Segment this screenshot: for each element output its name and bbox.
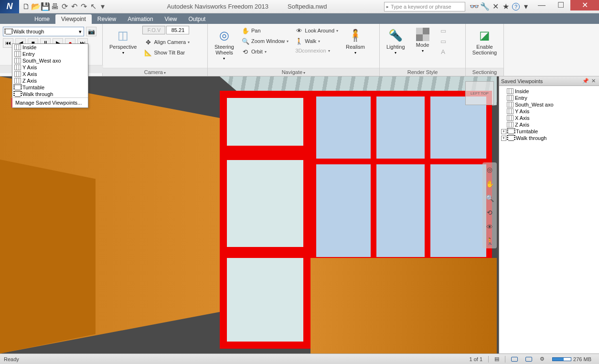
viewpoint-dropdown-item[interactable]: Entry [12,51,88,57]
viewpoint-combo[interactable]: Walk through ▾ [3,27,84,36]
refresh-icon[interactable]: ⟳ [60,2,69,11]
chevron-down-icon: ▾ [79,29,82,35]
group-label-camera[interactable]: Camera [103,68,207,76]
status-disk2 [522,357,536,362]
look-around-button[interactable]: 👁Look Around [293,26,340,35]
maximize-button[interactable]: ☐ [551,0,570,11]
redo-icon[interactable]: ↷ [79,2,88,11]
tab-view[interactable]: View [159,14,183,24]
qat-more-icon[interactable]: ▾ [98,2,107,11]
viewpoint-dropdown-item[interactable]: South_West axo [12,57,88,64]
vp-icon [14,58,21,64]
tree-item[interactable]: South_West axo [501,101,597,108]
help-icon[interactable]: ? [512,3,520,11]
lighting-button[interactable]: 🔦 Lighting ▾ [384,26,408,57]
walk-button[interactable]: 🚶Walk [293,36,340,46]
steering-wheels-label: Steering Wheels [214,44,234,55]
dropdown-item-label: Y Axis [22,64,37,70]
open-icon[interactable]: 📂 [32,2,40,11]
film-icon [5,29,12,34]
3d-viewport[interactable]: LEFT TOP ◎ ✋ 🔍 ⟲ 👁 🚶 [0,76,499,353]
print-icon[interactable]: 🖶 [51,2,59,11]
enable-sectioning-button[interactable]: ◪ Enable Sectioning [470,26,500,57]
film-icon [14,91,21,97]
tab-viewpoint[interactable]: Viewpoint [55,14,92,24]
nav-pan-icon[interactable]: ✋ [484,179,495,189]
viewpoint-dropdown-item[interactable]: Walk through [12,91,88,97]
tree-item[interactable]: +Turntable [501,128,597,135]
text-icon: A [439,48,447,55]
tree-item[interactable]: Inside [501,88,597,95]
zoom-window-button[interactable]: 🔍Zoom Window [240,36,290,46]
tab-output[interactable]: Output [182,14,211,24]
tree-item[interactable]: Y Axis [501,108,597,115]
select-icon[interactable]: ↖ [89,2,97,11]
ribbon-group-render: 🔦 Lighting ▾ Mode ▾ ▭ ▭ A Render Style [380,24,466,76]
viewpoint-dropdown-item[interactable]: Z Axis [12,77,88,84]
group-label-navigate[interactable]: Navigate [208,68,379,76]
orbit-button[interactable]: ⟲Orbit [240,47,290,56]
fov-value-input[interactable] [166,26,189,34]
status-sheet-icon[interactable]: ▤ [491,356,503,362]
align-camera-button[interactable]: ✥Align Camera [142,37,192,47]
fov-label-input [142,26,165,34]
pan-label: Pan [251,28,261,33]
help-dropdown-icon[interactable]: ▾ [522,2,530,11]
nav-wheel-icon[interactable]: ◎ [484,164,495,175]
tree-item-label: Z Axis [515,122,529,128]
tab-animation[interactable]: Animation [122,14,159,24]
viewpoint-dropdown-item[interactable]: X Axis [12,71,88,77]
steering-wheels-button[interactable]: ◎ Steering Wheels ▾ [212,26,237,63]
exchange-icon[interactable]: ✕ [491,2,500,11]
panel-pin-icon[interactable]: 📌 [582,77,589,85]
tab-home[interactable]: Home [29,14,55,24]
tree-item[interactable]: Z Axis [501,121,597,128]
chevron-down-icon: ▾ [395,51,396,55]
status-net-icon: ⚙ [536,356,548,362]
undo-icon[interactable]: ↶ [70,2,78,11]
pan-icon: ✋ [242,27,249,34]
viewpoint-dropdown-item[interactable]: Y Axis [12,64,88,71]
manage-viewpoints-item[interactable]: Manage Saved Viewpoints... [11,97,88,107]
key-icon[interactable]: 🔧 [481,2,489,11]
show-tilt-button[interactable]: 📐Show Tilt Bar [142,48,192,57]
new-icon[interactable]: 🗋 [22,2,31,11]
minimize-button[interactable]: — [532,0,551,11]
status-bar: Ready 1 of 1 ▤ ⚙ 276 MB [0,353,599,364]
dropdown-item-label: Turntable [22,85,44,90]
app-name: Autodesk Navisworks Freedom 2013 [167,3,268,10]
nav-walk-icon[interactable]: 🚶 [484,236,495,246]
viewcube[interactable]: LEFT TOP [465,81,494,105]
panel-close-icon[interactable]: ✕ [589,77,597,85]
mode-button[interactable]: Mode ▾ [411,26,435,55]
viewpoint-dropdown-item[interactable]: Turntable [12,84,88,91]
nav-look-icon[interactable]: 👁 [484,222,495,232]
tree-item[interactable]: Entry [501,95,597,101]
align-camera-icon: ✥ [144,38,152,46]
sectioning-icon: ◪ [477,28,492,43]
nav-orbit-icon[interactable]: ⟲ [484,207,495,218]
save-icon[interactable]: 💾 [41,2,50,11]
mode-label: Mode [416,42,429,48]
search-input[interactable]: Type a keyword or phrase [384,2,465,11]
3dconnexion-button[interactable]: 3Dconnexion [293,47,340,54]
expander-icon[interactable]: + [501,129,506,134]
favorite-icon[interactable]: ★ [502,2,510,11]
app-icon[interactable]: N [0,0,19,13]
viewpoint-dropdown-item[interactable]: Inside [12,44,88,51]
render-opt1-button: ▭ [438,26,449,35]
tree-item-label: X Axis [515,115,530,121]
realism-button[interactable]: 🧍 Realism ▾ [343,26,368,57]
nav-zoom-icon[interactable]: 🔍 [484,193,495,203]
save-viewpoint-button[interactable]: 📷 [86,27,96,36]
binoculars-icon[interactable]: 👓 [470,2,479,11]
tree-item[interactable]: X Axis [501,115,597,121]
tree-item[interactable]: +Walk through [501,135,597,141]
pan-button[interactable]: ✋Pan [240,26,290,35]
perspective-button[interactable]: ◫ Perspective ▾ [107,26,139,57]
lighting-icon: 🔦 [388,28,403,43]
film-icon [508,128,514,134]
tab-review[interactable]: Review [92,14,122,24]
expander-icon[interactable]: + [501,136,506,141]
close-button[interactable]: ✕ [570,0,599,11]
